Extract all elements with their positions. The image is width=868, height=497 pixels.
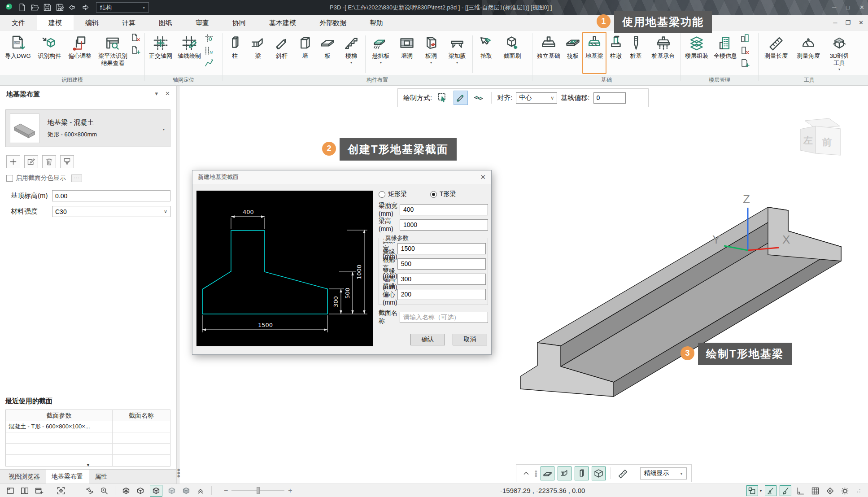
ribbon-button-beam[interactable]: 梁 (246, 32, 270, 74)
radio-rect-beam[interactable] (379, 191, 385, 198)
elevation-input[interactable] (52, 190, 170, 201)
ribbon-button-section-brush[interactable]: 截面刷 (498, 32, 526, 74)
object-snap-button[interactable] (746, 485, 758, 496)
ribbon-button-eccentric-adjust[interactable]: 偏心调整 (65, 32, 95, 74)
ribbon-button-slab-opening[interactable]: 板洞 (419, 32, 443, 74)
beam-height-input[interactable] (400, 219, 488, 231)
minimize-button[interactable]: ─ (832, 4, 836, 11)
ribbon-button-pick[interactable]: 拾取 (474, 32, 498, 74)
tile-views-icon[interactable] (20, 486, 30, 496)
zoom-window-icon[interactable] (99, 486, 109, 496)
zoom-track[interactable] (231, 490, 284, 491)
realistic-mode-icon[interactable] (181, 486, 191, 496)
zoom-handle[interactable] (257, 487, 260, 494)
ribbon-button-brace[interactable]: 斜杆 (270, 32, 294, 74)
ribbon-button-wall-opening[interactable]: 墙洞 (395, 32, 419, 74)
edit-section-button[interactable] (24, 155, 38, 168)
redo-icon[interactable] (80, 3, 90, 12)
tab-ground-beam[interactable]: 地基梁布置 (46, 470, 89, 484)
line-draw-mode-button[interactable] (454, 91, 468, 105)
new-file-icon[interactable] (17, 3, 27, 12)
nav-gizmo-button[interactable] (824, 485, 836, 496)
add-view-icon[interactable] (34, 486, 44, 496)
measure-button[interactable] (616, 466, 630, 480)
section-selector-card[interactable]: 地基梁 - 混凝土 矩形 - 600×800mm (5, 109, 170, 147)
ribbon-button-axis-number[interactable]: N (204, 45, 215, 57)
radio-t-beam[interactable] (430, 191, 437, 198)
view-cube[interactable]: 左 前 (800, 118, 841, 155)
colorize-more-button[interactable] (71, 174, 82, 182)
ribbon-button-floor-copy[interactable] (740, 33, 751, 44)
ribbon-button-polyline-axis[interactable] (204, 58, 215, 70)
pan-icon[interactable] (70, 486, 80, 496)
ribbon-button-slab[interactable]: 板 (316, 32, 339, 74)
toggle-slab-visibility-button[interactable] (541, 466, 554, 480)
cancel-button[interactable]: 取消 (453, 334, 487, 345)
zoom-extents-icon[interactable] (56, 486, 66, 496)
add-section-button[interactable] (6, 155, 20, 168)
tab-properties[interactable]: 属性 (89, 470, 113, 484)
ribbon-button-beam-haunch[interactable]: 梁加腋 (443, 32, 471, 74)
ribbon-button-pile[interactable]: 桩基 (625, 32, 646, 74)
panel-splitter[interactable]: ⦁⦁⦁ (176, 85, 179, 484)
baseline-offset-input[interactable] (593, 92, 626, 104)
ribbon-button-import-dwg[interactable]: DWG 导入DWG (1, 32, 35, 74)
stem-width-input[interactable] (400, 204, 488, 215)
flange-width-input[interactable] (397, 243, 486, 254)
close-button[interactable]: ✕ (859, 4, 864, 11)
doc-close-button[interactable]: ✕ (859, 19, 864, 26)
table-row[interactable] (6, 444, 170, 455)
menu-collaborate[interactable]: 协同 (221, 15, 257, 30)
panel-collapse-icon[interactable]: ▾ (155, 90, 158, 97)
dialog-close-icon[interactable]: ✕ (480, 173, 486, 181)
ribbon-button-wall[interactable]: 墙 (294, 32, 316, 74)
ribbon-button-append-dwg[interactable] (131, 45, 142, 57)
ribbon-button-cantilever-slab[interactable]: 悬挑板 (367, 32, 395, 74)
zoom-in-button[interactable]: + (288, 487, 292, 495)
confirm-button[interactable]: 确认 (410, 334, 445, 345)
collapse-toolbar-button[interactable] (521, 466, 532, 480)
menu-external-data[interactable]: 外部数据 (308, 15, 358, 30)
save-icon[interactable] (43, 3, 52, 12)
angle-snap-button[interactable] (765, 485, 776, 496)
flange-eccentricity-input[interactable] (397, 289, 486, 300)
hidden-line-mode-icon[interactable] (135, 486, 145, 496)
ribbon-button-grid-edit[interactable] (204, 33, 215, 44)
workspace-select[interactable]: 结构 ▾ (96, 2, 149, 13)
toggle-beam-visibility-button[interactable] (558, 466, 571, 480)
section-name-input[interactable] (400, 312, 488, 323)
ribbon-button-stairs[interactable]: 楼梯 (339, 32, 364, 74)
undo-icon[interactable] (68, 3, 77, 12)
menu-modeling[interactable]: 建模 (37, 15, 74, 30)
delete-section-button[interactable] (42, 155, 56, 168)
ribbon-button-recognize-member[interactable]: 识别构件 (35, 32, 65, 74)
material-select[interactable]: C30 ∨ (52, 206, 170, 217)
ribbon-button-measure-length[interactable]: 测量长度 (760, 32, 792, 74)
colorize-checkbox[interactable] (6, 175, 13, 182)
table-row[interactable] (6, 432, 170, 444)
wireframe-mode-icon[interactable] (121, 486, 131, 496)
ribbon-button-floor-delete[interactable] (740, 45, 751, 57)
ribbon-button-column-pier[interactable]: 柱墩 (606, 32, 625, 74)
ribbon-button-building-info[interactable]: 全楼信息 (711, 32, 740, 74)
shaded-edges-mode-button[interactable] (150, 485, 162, 497)
zoom-out-button[interactable]: − (224, 487, 228, 495)
chain-draw-mode-button[interactable] (471, 91, 486, 105)
ribbon-button-raft-slab[interactable]: 筏板 (563, 32, 582, 74)
menu-file[interactable]: 文件 (0, 15, 37, 30)
ribbon-button-ground-beam[interactable]: 地基梁 (582, 32, 606, 74)
menu-drawings[interactable]: 图纸 (147, 15, 184, 30)
doc-minimize-button[interactable]: ─ (833, 19, 837, 26)
display-quality-select[interactable]: 精细显示 ▾ (640, 467, 687, 480)
ortho-button[interactable] (794, 485, 806, 496)
grid-toggle-button[interactable] (809, 485, 821, 496)
ribbon-button-floor-assembly[interactable]: 楼层组装 (682, 32, 711, 74)
toggle-wall-visibility-button[interactable] (592, 466, 606, 480)
flange-root-height-input[interactable] (397, 258, 486, 270)
settings-button[interactable] (839, 485, 851, 496)
menu-edit[interactable]: 编辑 (74, 15, 110, 30)
open-file-icon[interactable] (30, 3, 39, 12)
brush-section-button[interactable] (60, 155, 74, 168)
trace-snap-button[interactable] (780, 485, 791, 496)
save-as-icon[interactable] (55, 3, 65, 12)
